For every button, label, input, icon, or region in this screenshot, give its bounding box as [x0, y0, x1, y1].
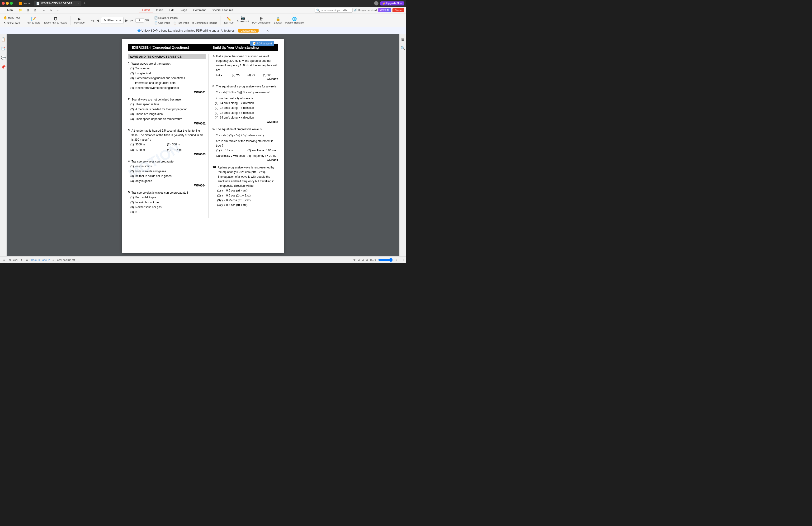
promo-upgrade-button[interactable]: Upgrade now — [238, 29, 258, 32]
search-nav-next[interactable]: ▶ — [346, 9, 347, 12]
continuous-reading-button[interactable]: ≡ Continuous reading — [191, 21, 219, 25]
q9-opt1: (1) λ = 18 cm — [216, 148, 247, 153]
right-sidebar-search-icon[interactable]: 🔍 — [400, 45, 406, 51]
zoom-out-status[interactable]: − — [399, 258, 401, 261]
zoom-in-status[interactable]: + — [403, 258, 404, 261]
unsync-button[interactable]: 🔗 Unsynchronized — [354, 9, 377, 12]
page-layout-icon[interactable]: ⊞ — [366, 258, 368, 261]
q1-text: Water waves are of the nature : — [132, 61, 171, 66]
zoom-out-button[interactable]: − — [115, 18, 118, 23]
tab-wavemotion[interactable]: 📄 WAVE MOTION & DROPP… ✕ — [34, 1, 82, 6]
search-nav-prev[interactable]: ◀ — [343, 9, 345, 12]
minimize-button[interactable] — [6, 2, 9, 5]
play-slide-button[interactable]: ▶ Play Slide — [73, 16, 86, 25]
first-page-button[interactable]: ⏮ — [90, 18, 95, 23]
tab-bar: 🟧 Home 📄 WAVE MOTION & DROPP… ✕ + — [16, 1, 373, 6]
rotate-all-button[interactable]: 🔄 Rotate All Pages — [153, 16, 219, 20]
last-page-button[interactable]: ⏭ — [130, 18, 134, 23]
q3-code: WM0003 — [128, 153, 206, 156]
sidebar-thumbnail-icon[interactable]: 📋 — [0, 36, 6, 43]
page-number-input[interactable] — [135, 18, 144, 23]
one-page-icon: 📄 — [154, 22, 158, 25]
question-3: 3. A thunder tap is heared 5.5 second af… — [128, 129, 206, 156]
menu-tab-page[interactable]: Page — [178, 8, 190, 13]
q7-num: 7. — [213, 54, 215, 72]
sidebar-comments-icon[interactable]: 💬 — [0, 55, 6, 61]
sidebar-pages-icon[interactable]: 📑 — [0, 45, 6, 52]
menu-undo-icon[interactable]: ↩ — [41, 8, 47, 13]
continuous-label: Continuous reading — [195, 22, 217, 24]
next-page-button[interactable]: ▶ — [125, 18, 129, 23]
sidebar-bookmarks-icon[interactable]: 📌 — [0, 64, 6, 70]
two-page-button[interactable]: 📋 Two Page — [172, 21, 190, 25]
one-page-button[interactable]: 📄 One Page — [153, 21, 172, 25]
play-icon: ▶ — [78, 17, 81, 21]
menu-open-icon[interactable]: 📁 — [17, 8, 24, 13]
tab-home[interactable]: 🟧 Home — [16, 1, 33, 6]
upgrade-button[interactable]: ⚡ Upgrade Now — [380, 1, 404, 5]
cursor-icon: ↖ — [3, 21, 6, 25]
menu-tab-home[interactable]: Home — [139, 8, 153, 13]
menu-print-icon[interactable]: 🖨 — [25, 8, 31, 13]
maximize-button[interactable] — [10, 2, 13, 5]
status-back-to-page[interactable]: Back to Page 14 — [31, 258, 50, 261]
q5-opt1: (1) Both solid & gas — [128, 195, 206, 200]
fit-page-icon[interactable]: ⊡ — [358, 258, 360, 261]
q1-opt4: (4) Neither transverse nor longitudinal — [128, 86, 206, 90]
prev-page-button[interactable]: ◀ — [96, 18, 100, 23]
home-tab-icon: 🟧 — [18, 2, 22, 5]
menu-hamburger[interactable]: ☰ Menu — [2, 8, 16, 13]
hand-tool-button[interactable]: ✋ Hand Tool — [2, 15, 21, 20]
edit-pdf-button[interactable]: ✏️ Edit PDF — [223, 16, 235, 25]
parallel-translate-button[interactable]: 🌐 Parallel Translate — [284, 16, 305, 25]
tab-close-icon[interactable]: ✕ — [77, 2, 79, 5]
encrypt-button[interactable]: 🔒 Encrypt — [273, 16, 284, 25]
select-tool-button[interactable]: ↖ Select Tool — [2, 20, 21, 26]
q10-opt1: (1) y = 0.5 cos (πt − πx) — [217, 188, 278, 193]
tab-wavemotion-label: WAVE MOTION & DROPP… — [41, 2, 75, 5]
pdf-to-word-float-button[interactable]: 📝 PDF to Word — [250, 41, 274, 46]
status-first-page[interactable]: ⏮ — [2, 258, 6, 262]
translate-icon: 🌐 — [292, 17, 297, 21]
rotate-all-label: Rotate All Pages — [158, 16, 178, 19]
screenshot-button[interactable]: 📷 Screenshot ▾ — [235, 15, 250, 26]
status-prev-page[interactable]: ◀ — [8, 257, 11, 262]
q10-opt2: (2) y = 0.5 cos (2πt + 2πx) — [217, 193, 278, 198]
q10-opt3: (3) y = 0.25 cos (πt + 2πx) — [217, 198, 278, 203]
pdf-to-word-button[interactable]: 📝 PDF to Word — [25, 16, 42, 25]
menu-separator — [40, 8, 40, 12]
pdf-compressor-button[interactable]: 🗜 PDF Compressor — [251, 16, 272, 25]
screenshot-dropdown-icon[interactable]: ▾ — [243, 23, 244, 25]
q8-opt4: (4) 64 cm/s along + x direction — [213, 115, 278, 120]
search-more-icon[interactable]: ⋯ — [348, 9, 351, 12]
zoom-dropdown-icon[interactable]: ▾ — [113, 19, 114, 22]
user-avatar[interactable] — [374, 1, 378, 5]
menu-tab-comment[interactable]: Comment — [190, 8, 208, 13]
menu-more-icon[interactable]: ⌄ — [55, 8, 61, 13]
right-sidebar-more-icon[interactable]: ⋯ — [400, 54, 406, 60]
close-button[interactable] — [2, 2, 5, 5]
status-next-page[interactable]: ▶ — [20, 257, 23, 262]
menu-tab-insert[interactable]: Insert — [153, 8, 166, 13]
q4-opt1: (1) only in solids — [128, 164, 206, 169]
status-last-page[interactable]: ⏭ — [25, 258, 29, 262]
menu-tab-special[interactable]: Special Features — [209, 8, 236, 13]
screenshot-icon: 📷 — [241, 15, 245, 20]
q10-text2: The equation of a wave is with double th… — [218, 175, 278, 188]
share-button[interactable]: Share — [392, 8, 404, 12]
right-sidebar-grid-icon[interactable]: ⊞ — [400, 36, 405, 43]
fit-width-icon[interactable]: ⊟ — [362, 258, 364, 261]
pdf-viewing-area[interactable]: MOTION 📝 PDF to Word EXERCISE-I (Concept… — [6, 34, 400, 256]
menu-print2-icon[interactable]: 🖨 — [32, 8, 38, 13]
promo-close-button[interactable]: ✕ — [266, 29, 269, 32]
zoom-slider[interactable] — [378, 258, 397, 262]
export-pdf-button[interactable]: 🖼 Export PDF to Picture — [43, 16, 69, 25]
zoom-in-button[interactable]: + — [119, 18, 122, 23]
search-input[interactable] — [321, 9, 342, 12]
menu-tab-edit[interactable]: Edit — [166, 8, 177, 13]
menu-redo-icon[interactable]: ↪ — [48, 8, 54, 13]
search-box[interactable]: 🔍 ◀ ▶ ⋯ — [315, 8, 352, 13]
wps-ai-button[interactable]: WPS AI — [378, 8, 391, 12]
add-tab-button[interactable]: + — [82, 1, 86, 5]
q1-code: WM0001 — [128, 91, 206, 94]
